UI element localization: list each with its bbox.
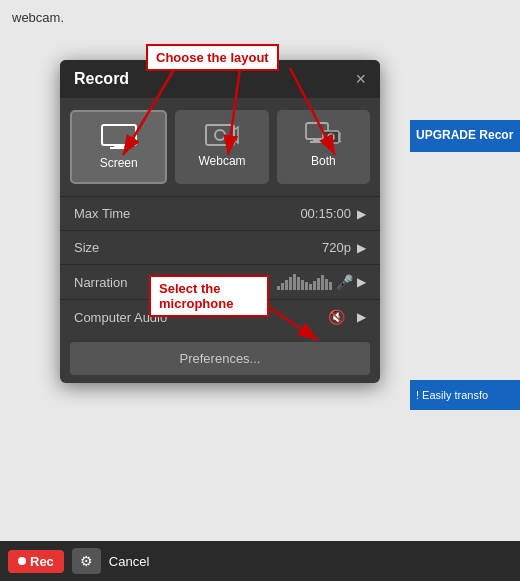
layout-both-button[interactable]: Both bbox=[277, 110, 370, 184]
webcam-label: Webcam bbox=[198, 154, 245, 168]
audio-level-bars bbox=[277, 274, 332, 290]
size-row: Size 720p ▶ bbox=[60, 230, 380, 264]
settings-gear-button[interactable]: ⚙ bbox=[72, 548, 101, 574]
preferences-button[interactable]: Preferences... bbox=[70, 342, 370, 375]
both-icon bbox=[305, 122, 341, 148]
svg-rect-13 bbox=[310, 141, 324, 143]
layout-section: Screen Webcam Both bbox=[60, 98, 380, 192]
narration-label: Narration bbox=[74, 275, 127, 290]
modal-close-button[interactable]: × bbox=[355, 70, 366, 88]
select-mic-annotation: Select the microphone bbox=[149, 275, 269, 317]
max-time-row: Max Time 00:15:00 ▶ bbox=[60, 196, 380, 230]
microphone-icon: 🎤 bbox=[336, 274, 353, 290]
audio-chevron: ▶ bbox=[357, 310, 366, 324]
max-time-text: 00:15:00 bbox=[300, 206, 351, 221]
record-modal: Record × Screen Webcam bbox=[60, 60, 380, 383]
both-label: Both bbox=[311, 154, 336, 168]
screen-label: Screen bbox=[100, 156, 138, 170]
webcam-icon bbox=[204, 122, 240, 148]
bottom-bar: Rec ⚙ Cancel bbox=[0, 541, 520, 581]
size-value[interactable]: 720p ▶ bbox=[322, 240, 366, 255]
rec-dot bbox=[18, 557, 26, 565]
transform-banner[interactable]: ! Easily transfo bbox=[410, 380, 520, 410]
layout-webcam-button[interactable]: Webcam bbox=[175, 110, 268, 184]
svg-rect-12 bbox=[313, 139, 321, 141]
size-chevron: ▶ bbox=[357, 241, 366, 255]
screen-icon bbox=[101, 124, 137, 150]
svg-rect-5 bbox=[102, 125, 136, 145]
choose-layout-annotation: Choose the layout bbox=[146, 44, 279, 71]
layout-screen-button[interactable]: Screen bbox=[70, 110, 167, 184]
svg-marker-9 bbox=[234, 127, 238, 143]
computer-audio-value[interactable]: 🔇 ▶ bbox=[328, 309, 366, 325]
rec-button[interactable]: Rec bbox=[8, 550, 64, 573]
speaker-icon: 🔇 bbox=[328, 309, 345, 325]
svg-rect-7 bbox=[110, 147, 128, 149]
upgrade-banner[interactable]: UPGRADE Recor bbox=[410, 120, 520, 152]
svg-marker-15 bbox=[339, 133, 341, 142]
size-text: 720p bbox=[322, 240, 351, 255]
modal-title: Record bbox=[74, 70, 129, 88]
svg-point-10 bbox=[215, 130, 225, 140]
narration-value[interactable]: 🎤 ▶ bbox=[277, 274, 366, 290]
narration-chevron: ▶ bbox=[357, 275, 366, 289]
max-time-value[interactable]: 00:15:00 ▶ bbox=[300, 206, 366, 221]
size-label: Size bbox=[74, 240, 99, 255]
bg-text: webcam. bbox=[12, 10, 64, 25]
svg-rect-14 bbox=[323, 131, 339, 143]
svg-rect-8 bbox=[206, 125, 234, 145]
max-time-label: Max Time bbox=[74, 206, 130, 221]
max-time-chevron: ▶ bbox=[357, 207, 366, 221]
cancel-button[interactable]: Cancel bbox=[109, 554, 149, 569]
